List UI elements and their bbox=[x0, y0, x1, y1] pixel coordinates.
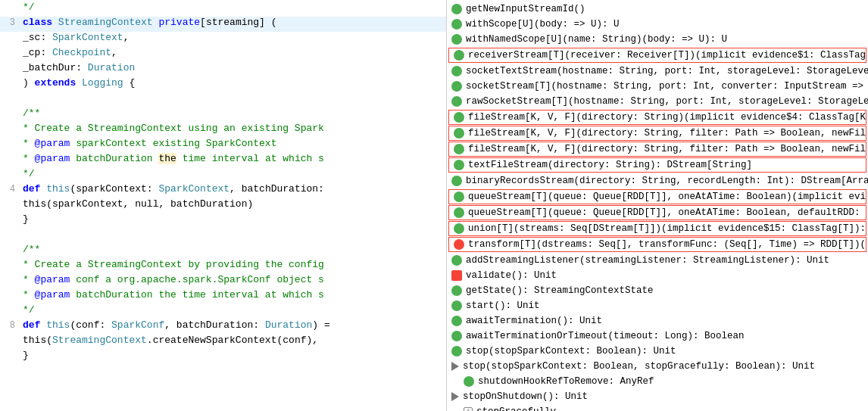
method-text: stopOnShutdown(): Unit bbox=[463, 391, 588, 402]
method-item[interactable]: getNewInputStreamId() bbox=[447, 2, 868, 17]
green-circle-icon bbox=[454, 144, 464, 154]
method-item-child[interactable]: ƒ stopGracefully bbox=[459, 404, 868, 411]
method-item[interactable]: stop(stopSparkContext: Boolean, stopGrac… bbox=[447, 359, 868, 374]
method-item[interactable]: addStreamingListener(streamingListener: … bbox=[447, 253, 868, 268]
method-item-textfile-bordered[interactable]: textFileStream(directory: String): DStre… bbox=[448, 157, 866, 173]
code-line: * Create a StreamingContext using an exi… bbox=[0, 123, 446, 138]
method-text: fileStream[K, V, F](directory: String, f… bbox=[468, 128, 866, 139]
method-item-child[interactable]: shutdownHookRefToRemove: AnyRef bbox=[459, 374, 868, 389]
method-text: receiverStream[T](receiver: Receiver[T])… bbox=[468, 50, 866, 61]
method-text: fileStream[K, V, F](directory: String, f… bbox=[468, 144, 866, 154]
method-item[interactable]: rawSocketStream[T](hostname: String, por… bbox=[447, 94, 868, 109]
method-item-bordered[interactable]: union[T](streams: Seq[DStream[T]])(impli… bbox=[448, 221, 866, 236]
method-text: binaryRecordsStream(directory: String, r… bbox=[466, 176, 868, 186]
method-text: rawSocketStream[T](hostname: String, por… bbox=[466, 96, 868, 107]
method-text: socketTextStream(hostname: String, port:… bbox=[466, 66, 868, 76]
function-icon: ƒ bbox=[464, 407, 473, 411]
red-square-icon bbox=[451, 270, 462, 281]
method-text: stopGracefully bbox=[476, 406, 556, 411]
method-text: addStreamingListener(streamingListener: … bbox=[466, 255, 829, 266]
method-text: getNewInputStreamId() bbox=[466, 4, 585, 14]
green-circle-icon bbox=[451, 81, 462, 92]
green-circle-icon bbox=[451, 19, 462, 30]
method-item[interactable]: awaitTermination(): Unit bbox=[447, 313, 868, 328]
code-line: * @param batchDuration the time interval… bbox=[0, 289, 446, 304]
green-circle-icon bbox=[451, 331, 462, 341]
code-line: /** bbox=[0, 107, 446, 123]
code-line: * @param sparkContext existing SparkCont… bbox=[0, 138, 446, 153]
method-item[interactable]: awaitTerminationOrTimeout(timeout: Long)… bbox=[447, 328, 868, 344]
method-item-bordered[interactable]: receiverStream[T](receiver: Receiver[T])… bbox=[448, 48, 866, 63]
green-circle-icon bbox=[451, 96, 462, 107]
green-circle-icon bbox=[451, 316, 462, 326]
method-text: start(): Unit bbox=[466, 300, 540, 311]
method-item[interactable]: stopOnShutdown(): Unit bbox=[447, 389, 868, 404]
code-line: /** bbox=[0, 244, 446, 259]
method-item[interactable]: withNamedScope[U](name: String)(body: =>… bbox=[447, 32, 868, 47]
code-line: } bbox=[0, 350, 446, 365]
method-text: queueStream[T](queue: Queue[RDD[T]], one… bbox=[468, 207, 866, 218]
code-line: this(StreamingContext.createNewSparkCont… bbox=[0, 335, 446, 350]
methods-panel: getNewInputStreamId() withScope[U](body:… bbox=[447, 0, 868, 411]
methods-content: getNewInputStreamId() withScope[U](body:… bbox=[447, 0, 868, 411]
method-item[interactable]: start(): Unit bbox=[447, 298, 868, 313]
method-item[interactable]: binaryRecordsStream(directory: String, r… bbox=[447, 173, 868, 188]
method-item[interactable]: stop(stopSparkContext: Boolean): Unit bbox=[447, 344, 868, 359]
method-text: transform[T](dstreams: Seq[], transformF… bbox=[468, 239, 866, 250]
method-text: fileStream[K, V, F](directory: String)(i… bbox=[468, 112, 866, 123]
method-item-bordered[interactable]: fileStream[K, V, F](directory: String, f… bbox=[448, 142, 866, 157]
green-circle-icon bbox=[454, 223, 464, 234]
method-item[interactable]: withScope[U](body: => U): U bbox=[447, 17, 868, 32]
green-circle-icon bbox=[451, 346, 462, 357]
method-text: shutdownHookRefToRemove: AnyRef bbox=[478, 376, 654, 387]
code-line: 8 def this(conf: SparkConf, batchDuratio… bbox=[0, 319, 446, 335]
green-circle-icon bbox=[451, 285, 462, 296]
method-text: awaitTerminationOrTimeout(timeout: Long)… bbox=[466, 331, 745, 341]
code-content: */ 3 class StreamingContext private[stre… bbox=[0, 0, 446, 411]
green-circle-icon bbox=[464, 376, 474, 387]
green-circle-icon bbox=[454, 160, 464, 170]
method-text: stop(stopSparkContext: Boolean): Unit bbox=[466, 346, 676, 357]
code-line: * @param batchDuration the time interval… bbox=[0, 153, 446, 168]
code-line: _sc: SparkContext, bbox=[0, 32, 446, 47]
green-circle-icon bbox=[454, 50, 464, 61]
method-text: withScope[U](body: => U): U bbox=[466, 19, 620, 30]
method-text: stop(stopSparkContext: Boolean, stopGrac… bbox=[463, 361, 815, 372]
method-item-bordered[interactable]: queueStream[T](queue: Queue[RDD[T]], one… bbox=[448, 189, 866, 204]
green-circle-icon bbox=[454, 191, 464, 202]
code-line: } bbox=[0, 213, 446, 229]
method-text: union[T](streams: Seq[DStream[T]])(impli… bbox=[468, 223, 866, 234]
method-text: queueStream[T](queue: Queue[RDD[T]], one… bbox=[468, 191, 866, 202]
method-item[interactable]: validate(): Unit bbox=[447, 268, 868, 283]
method-item-bordered[interactable]: fileStream[K, V, F](directory: String, f… bbox=[448, 126, 866, 141]
green-circle-icon bbox=[451, 66, 462, 76]
code-line: this(sparkContext, null, batchDuration) bbox=[0, 198, 446, 213]
method-item[interactable]: socketStream[T](hostname: String, port: … bbox=[447, 79, 868, 94]
code-line bbox=[0, 92, 446, 107]
green-circle-icon bbox=[454, 128, 464, 139]
triangle-right-icon bbox=[451, 362, 459, 371]
code-line: _batchDur: Duration bbox=[0, 62, 446, 77]
method-item[interactable]: getState(): StreamingContextState bbox=[447, 283, 868, 298]
green-circle-icon bbox=[454, 112, 464, 123]
green-circle-icon bbox=[451, 176, 462, 186]
method-text: textFileStream(directory: String): DStre… bbox=[468, 160, 752, 170]
code-line: ) extends Logging { bbox=[0, 77, 446, 92]
code-line bbox=[0, 229, 446, 244]
red-circle-icon bbox=[454, 239, 464, 250]
code-line: */ bbox=[0, 168, 446, 183]
method-text: withNamedScope[U](name: String)(body: =>… bbox=[466, 34, 727, 45]
method-item[interactable]: socketTextStream(hostname: String, port:… bbox=[447, 64, 868, 79]
method-text: validate(): Unit bbox=[466, 270, 557, 281]
method-text: getState(): StreamingContextState bbox=[466, 285, 654, 296]
method-item-bordered[interactable]: transform[T](dstreams: Seq[], transformF… bbox=[448, 237, 866, 252]
method-item-bordered[interactable]: fileStream[K, V, F](directory: String)(i… bbox=[448, 110, 866, 125]
method-text: awaitTermination(): Unit bbox=[466, 316, 602, 326]
triangle-right-icon bbox=[451, 392, 459, 401]
code-line: * @param conf a org.apache.spark.SparkCo… bbox=[0, 274, 446, 289]
code-line: 4 def this(sparkContext: SparkContext, b… bbox=[0, 183, 446, 198]
code-line: * Create a StreamingContext by providing… bbox=[0, 259, 446, 274]
method-item-bordered[interactable]: queueStream[T](queue: Queue[RDD[T]], one… bbox=[448, 205, 866, 220]
code-line: */ bbox=[0, 304, 446, 319]
code-line: _cp: Checkpoint, bbox=[0, 47, 446, 62]
